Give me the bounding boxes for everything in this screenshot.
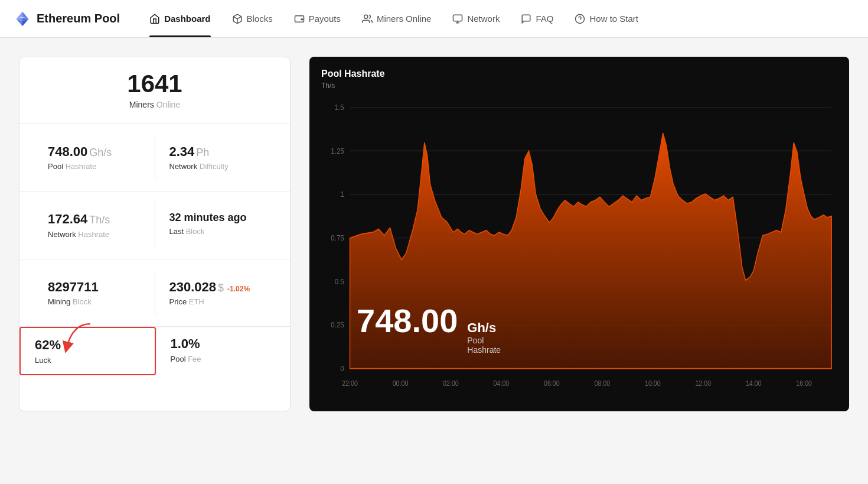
- svg-rect-8: [301, 19, 303, 20]
- network-hashrate-value: 172.64Th/s: [48, 212, 141, 227]
- chart-overlay-label2: Hashrate: [467, 345, 501, 355]
- chart-y-label: Th/s: [321, 82, 837, 90]
- luck-cell: 62% Luck: [19, 327, 156, 375]
- last-block-cell: 32 minutes ago Last Block: [155, 202, 276, 248]
- miners-online-count: 1641: [34, 72, 276, 96]
- pool-hashrate-value: 748.00Gh/s: [48, 144, 141, 160]
- main-content: 1641 Miners Online 748.00Gh/s Pool Hashr…: [0, 38, 868, 430]
- nav-payouts[interactable]: Payouts: [283, 0, 351, 37]
- svg-text:12:00: 12:00: [695, 379, 711, 387]
- navigation: Ethereum Pool Dashboard Blocks Payouts: [0, 0, 868, 38]
- nav-links: Dashboard Blocks Payouts Miners Online: [139, 0, 649, 37]
- miners-online-section: 1641 Miners Online: [19, 57, 290, 124]
- svg-text:10:00: 10:00: [645, 379, 661, 387]
- chart-svg: 1.5 1.25 1 0.75 0.5 0.25 0 22:00 00:00 0…: [321, 95, 837, 402]
- chart-container: Pool Hashrate Th/s 748.00 Gh/s Pool Hash…: [309, 57, 849, 411]
- price-value: 230.028$: [169, 280, 224, 295]
- hashrate-difficulty-section: 748.00Gh/s Pool Hashrate 2.34Ph Network …: [19, 124, 290, 191]
- network-difficulty-cell: 2.34Ph Network Difficulty: [155, 135, 276, 180]
- chat-icon: [521, 14, 531, 24]
- nav-blocks[interactable]: Blocks: [221, 0, 283, 37]
- mining-block-value: 8297711: [48, 280, 141, 295]
- nav-miners-online[interactable]: Miners Online: [351, 0, 442, 37]
- svg-text:1.25: 1.25: [331, 147, 344, 155]
- chart-inner: 748.00 Gh/s Pool Hashrate: [321, 95, 837, 402]
- chart-overlay: 748.00 Gh/s Pool Hashrate: [357, 304, 501, 355]
- users-icon: [362, 14, 373, 24]
- mining-block-label: Mining Block: [48, 297, 141, 306]
- network-hashrate-label: Network Hashrate: [48, 230, 141, 239]
- nav-faq[interactable]: FAQ: [510, 0, 564, 37]
- chart-overlay-value: 748.00: [357, 304, 458, 337]
- mining-block-cell: 8297711 Mining Block: [34, 270, 155, 316]
- svg-text:1.5: 1.5: [335, 103, 344, 112]
- chart-title: Pool Hashrate: [321, 69, 837, 79]
- svg-text:02:00: 02:00: [443, 379, 459, 387]
- monitor-icon: [452, 14, 463, 24]
- price-badge: -1.02%: [227, 285, 250, 293]
- pool-hashrate-label: Pool Hashrate: [48, 162, 141, 171]
- svg-text:08:00: 08:00: [594, 379, 610, 387]
- chart-overlay-label1: Pool: [467, 336, 501, 345]
- svg-text:14:00: 14:00: [746, 379, 762, 387]
- network-difficulty-value: 2.34Ph: [169, 144, 262, 160]
- question-icon: [575, 14, 585, 24]
- price-label: Price ETH: [169, 297, 262, 306]
- chart-overlay-unit-block: Gh/s Pool Hashrate: [467, 320, 501, 355]
- network-hashrate-section: 172.64Th/s Network Hashrate 32 minutes a…: [19, 191, 290, 259]
- svg-text:1: 1: [340, 190, 344, 199]
- svg-text:0.75: 0.75: [331, 233, 344, 242]
- last-block-value: 32 minutes ago: [169, 212, 262, 225]
- last-block-label: Last Block: [169, 227, 262, 236]
- cube-icon: [232, 14, 243, 24]
- svg-text:0: 0: [340, 364, 344, 373]
- home-icon: [149, 14, 160, 24]
- luck-label: Luck: [35, 356, 141, 365]
- luck-value: 62%: [35, 337, 141, 353]
- svg-point-9: [364, 15, 368, 18]
- nav-network[interactable]: Network: [442, 0, 510, 37]
- mining-block-price-section: 8297711 Mining Block 230.028$ -1.02% Pri…: [19, 259, 290, 327]
- chart-overlay-unit: Gh/s: [467, 320, 501, 336]
- svg-text:16:00: 16:00: [796, 379, 812, 387]
- nav-dashboard[interactable]: Dashboard: [139, 0, 221, 37]
- brand[interactable]: Ethereum Pool: [14, 11, 120, 27]
- network-hashrate-cell: 172.64Th/s Network Hashrate: [34, 202, 155, 248]
- pool-fee-label: Pool Fee: [171, 355, 276, 363]
- svg-text:22:00: 22:00: [342, 379, 358, 387]
- pool-fee-cell: 1.0% Pool Fee: [156, 327, 291, 375]
- svg-text:0.5: 0.5: [335, 277, 344, 286]
- network-difficulty-label: Network Difficulty: [169, 162, 262, 171]
- stats-card: 1641 Miners Online 748.00Gh/s Pool Hashr…: [19, 57, 291, 411]
- svg-text:0.25: 0.25: [331, 321, 344, 330]
- nav-how-to-start[interactable]: How to Start: [564, 0, 649, 37]
- miners-online-label: Miners Online: [34, 100, 276, 109]
- pool-fee-value: 1.0%: [171, 336, 276, 352]
- price-cell: 230.028$ -1.02% Price ETH: [155, 270, 276, 316]
- svg-rect-10: [453, 15, 462, 21]
- svg-text:06:00: 06:00: [544, 379, 560, 387]
- svg-text:00:00: 00:00: [393, 379, 409, 387]
- pool-hashrate-cell: 748.00Gh/s Pool Hashrate: [34, 135, 155, 180]
- eth-icon: [14, 11, 31, 27]
- wallet-icon: [294, 14, 305, 24]
- svg-text:04:00: 04:00: [494, 379, 510, 387]
- luck-fee-section: 62% Luck 1.0% Pool Fee: [19, 327, 290, 375]
